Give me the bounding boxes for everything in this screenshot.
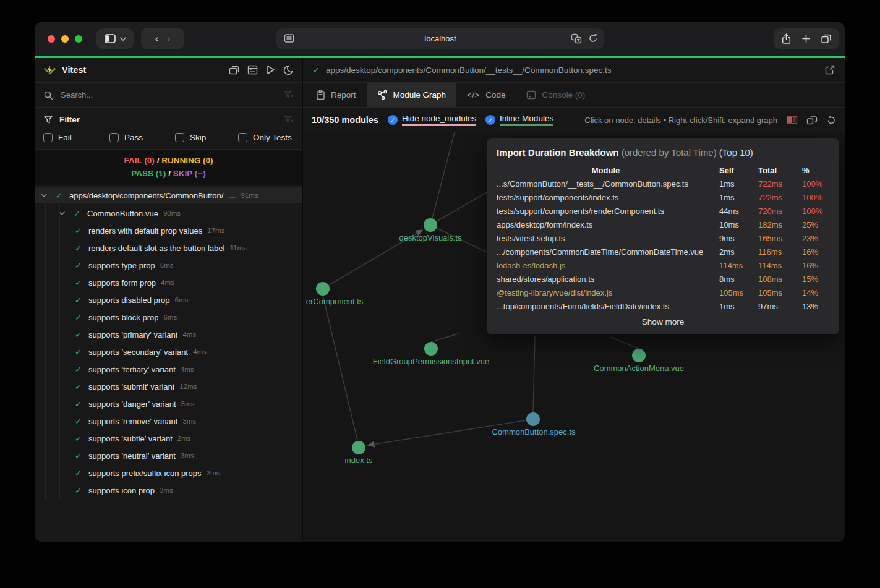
graph-node-label[interactable]: FieldGroupPermissionsInput.vue bbox=[373, 357, 490, 366]
filter-option-label: Skip bbox=[190, 133, 206, 142]
test-duration: 4ms bbox=[182, 331, 196, 338]
filter-option-only-tests[interactable]: Only Tests bbox=[238, 133, 292, 142]
checkbox-checked[interactable]: ✓ bbox=[388, 115, 398, 125]
address-bar[interactable]: localhost bbox=[276, 28, 604, 49]
link-modules-icon[interactable] bbox=[806, 116, 818, 125]
pass-check-icon: ✓ bbox=[75, 365, 88, 374]
share-icon[interactable] bbox=[781, 33, 792, 45]
test-tree-row[interactable]: ✓supports block prop6ms bbox=[35, 309, 302, 326]
search-input[interactable] bbox=[59, 90, 278, 100]
checkbox[interactable] bbox=[43, 133, 53, 142]
table-row: lodash-es/lodash.js114ms114ms16% bbox=[497, 258, 829, 272]
show-more-button[interactable]: Show more bbox=[497, 313, 829, 330]
translate-icon[interactable] bbox=[571, 33, 582, 44]
self-time: 10ms bbox=[719, 220, 754, 229]
graph-node[interactable] bbox=[424, 342, 438, 356]
percent: 15% bbox=[802, 275, 829, 284]
graph-option-inline-modules[interactable]: ✓Inline Modules bbox=[485, 114, 553, 126]
test-tree-row[interactable]: ✓supports icon prop3ms bbox=[35, 482, 302, 499]
checkbox-checked[interactable]: ✓ bbox=[485, 115, 495, 125]
test-tree-row[interactable]: ✓supports 'subtle' variant2ms bbox=[35, 430, 302, 447]
test-name: supports 'secondary' variant bbox=[88, 347, 188, 357]
running-count: RUNNING (0) bbox=[161, 156, 213, 165]
legend-book-icon[interactable] bbox=[787, 115, 798, 125]
back-button[interactable]: ‹ bbox=[155, 33, 159, 44]
test-tree-row[interactable]: ✓supports 'tertiary' variant4ms bbox=[35, 360, 302, 378]
graph-option-hide-node_modules[interactable]: ✓Hide node_modules bbox=[388, 114, 476, 126]
clear-search-icon[interactable] bbox=[284, 90, 294, 100]
pass-check-icon: ✓ bbox=[313, 66, 320, 75]
filter-option-skip[interactable]: Skip bbox=[175, 133, 238, 142]
chevron-down-icon[interactable] bbox=[59, 211, 74, 215]
table-row: .../components/CommonDateTime/CommonDate… bbox=[497, 245, 829, 258]
self-time: 1ms bbox=[719, 179, 754, 189]
test-tree-row[interactable]: ✓supports prefix/suffix icon props2ms bbox=[35, 464, 302, 482]
test-tree-row[interactable]: ✓supports 'danger' variant3ms bbox=[35, 395, 302, 412]
test-tree-row[interactable]: ✓supports type prop6ms bbox=[35, 257, 302, 274]
external-link-icon[interactable] bbox=[825, 65, 835, 75]
test-name: supports icon prop bbox=[88, 486, 155, 495]
graph-node-label[interactable]: index.ts bbox=[345, 456, 373, 465]
graph-node[interactable] bbox=[526, 412, 540, 426]
test-tree-row[interactable]: ✓supports 'submit' variant12ms bbox=[35, 378, 302, 395]
minimize-window-button[interactable] bbox=[61, 35, 69, 43]
test-tree-row[interactable]: ✓CommonButton.vue90ms bbox=[35, 205, 302, 222]
graph-node[interactable] bbox=[424, 218, 437, 232]
panel-subtitle: (ordered by Total Time) bbox=[622, 147, 717, 158]
test-tree-row[interactable]: ✓supports 'secondary' variant4ms bbox=[35, 343, 302, 360]
chevron-down-icon[interactable] bbox=[41, 194, 56, 197]
dark-mode-icon[interactable] bbox=[283, 65, 294, 75]
report-icon bbox=[316, 90, 325, 100]
windows-stack-icon[interactable] bbox=[229, 66, 239, 75]
test-tree-row[interactable]: ✓apps/desktop/components/CommonButton/_…… bbox=[35, 187, 302, 203]
filter-option-fail[interactable]: Fail bbox=[43, 133, 109, 142]
self-time: 44ms bbox=[719, 207, 754, 216]
zoom-window-button[interactable] bbox=[75, 35, 82, 43]
self-time: 9ms bbox=[719, 234, 754, 243]
close-window-button[interactable] bbox=[48, 35, 55, 43]
graph-node-label[interactable]: erComponent.ts bbox=[306, 297, 364, 306]
module-name: @testing-library/vue/dist/index.js bbox=[497, 288, 715, 297]
new-tab-icon[interactable] bbox=[801, 34, 811, 43]
graph-node[interactable] bbox=[352, 441, 365, 454]
table-row: ...top/components/Form/fields/FieldDate/… bbox=[497, 299, 829, 313]
vitest-header: Vitest bbox=[35, 58, 302, 83]
fail-count: FAIL (0) bbox=[124, 156, 155, 165]
test-tree-row[interactable]: ✓supports 'remove' variant3ms bbox=[35, 412, 302, 430]
reload-icon[interactable] bbox=[588, 33, 598, 43]
checkbox[interactable] bbox=[238, 133, 247, 142]
graph-node-label[interactable]: CommonButton.spec.ts bbox=[492, 427, 575, 437]
checkbox[interactable] bbox=[109, 133, 119, 142]
dashboard-icon[interactable] bbox=[247, 65, 258, 75]
graph-node[interactable] bbox=[316, 282, 330, 296]
table-row: shared/stores/application.ts8ms108ms15% bbox=[497, 272, 829, 286]
test-tree-row[interactable]: ✓supports 'neutral' variant3ms bbox=[35, 447, 302, 464]
test-tree-row[interactable]: ✓renders with default prop values17ms bbox=[35, 222, 302, 239]
filter-option-pass[interactable]: Pass bbox=[109, 133, 175, 142]
column-header: Total bbox=[758, 166, 798, 175]
tab-module-graph[interactable]: Module Graph bbox=[367, 83, 457, 107]
test-tree-row[interactable]: ✓supports 'primary' variant4ms bbox=[35, 326, 302, 343]
test-tree-row[interactable]: ✓supports disabled prop6ms bbox=[35, 291, 302, 309]
tab-console-0-[interactable]: Console (0) bbox=[516, 83, 596, 107]
browser-sidebar-toggle[interactable] bbox=[96, 28, 134, 49]
graph-node[interactable] bbox=[632, 349, 646, 362]
clear-filter-icon[interactable] bbox=[284, 115, 294, 124]
test-tree-row[interactable]: ✓supports form prop4ms bbox=[35, 274, 302, 291]
module-name: tests/support/components/renderComponent… bbox=[497, 207, 715, 216]
test-tree-row[interactable]: ✓renders default slot as the button labe… bbox=[35, 239, 302, 257]
pass-check-icon: ✓ bbox=[75, 296, 88, 305]
percent: 25% bbox=[802, 220, 829, 229]
graph-node-label[interactable]: desktopVisuals.ts bbox=[399, 233, 462, 242]
tab-report[interactable]: Report bbox=[305, 83, 367, 107]
run-all-icon[interactable] bbox=[266, 65, 275, 75]
forward-button[interactable]: › bbox=[167, 33, 171, 44]
reset-graph-icon[interactable] bbox=[826, 115, 836, 125]
graph-node-label[interactable]: CommonActionMenu.vue bbox=[594, 364, 684, 373]
tab-code[interactable]: </>Code bbox=[456, 83, 516, 107]
tab-overview-icon[interactable] bbox=[821, 33, 832, 44]
reader-icon[interactable] bbox=[284, 33, 294, 43]
test-duration: 4ms bbox=[193, 348, 207, 356]
test-name: CommonButton.vue bbox=[87, 209, 158, 218]
checkbox[interactable] bbox=[175, 133, 184, 142]
